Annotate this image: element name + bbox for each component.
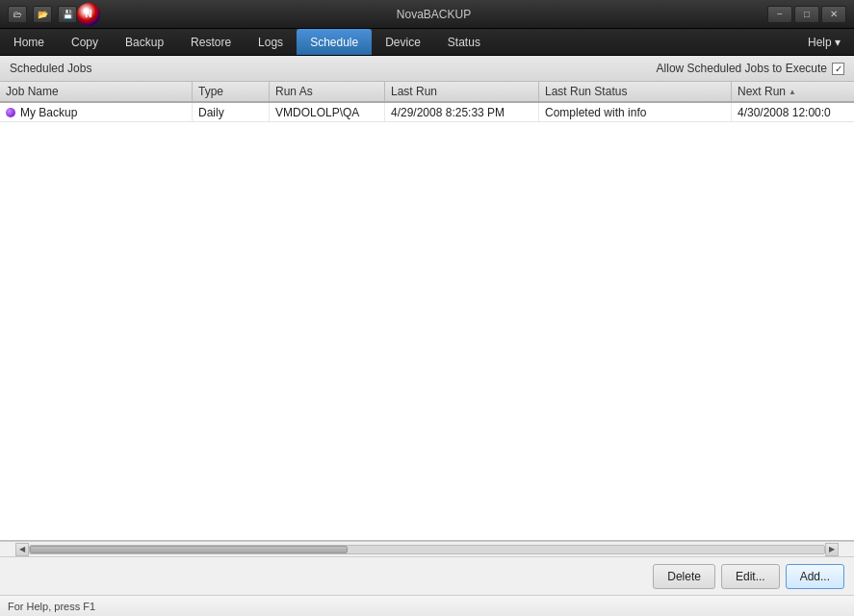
close-button[interactable]: ✕: [821, 6, 846, 23]
scroll-right-button[interactable]: ▶: [825, 543, 839, 556]
maximize-button[interactable]: □: [794, 6, 819, 23]
table-body[interactable]: My Backup Daily VMDOLOLP\QA 4/29/2008 8:…: [0, 103, 854, 540]
window-controls: − □ ✕: [767, 6, 846, 23]
col-last-run-status[interactable]: Last Run Status: [539, 82, 732, 101]
menu-home[interactable]: Home: [0, 29, 58, 55]
toolbar-icon-folder[interactable]: 🗁: [8, 6, 27, 23]
menu-device[interactable]: Device: [372, 29, 434, 55]
horizontal-scrollbar[interactable]: ◀ ▶: [0, 541, 854, 556]
title-bar: 🗁 📂 💾 N NovaBACKUP − □ ✕: [0, 0, 854, 29]
title-bar-left: 🗁 📂 💾: [8, 6, 77, 23]
col-next-run[interactable]: Next Run ▲: [732, 82, 854, 101]
job-status-indicator: [6, 108, 15, 117]
section-title: Scheduled Jobs: [10, 62, 91, 75]
menu-logs[interactable]: Logs: [245, 29, 297, 55]
menu-copy[interactable]: Copy: [58, 29, 112, 55]
cell-next-run: 4/30/2008 12:00:0: [732, 103, 854, 121]
col-last-run[interactable]: Last Run: [385, 82, 539, 101]
delete-button[interactable]: Delete: [653, 564, 715, 589]
col-run-as[interactable]: Run As: [270, 82, 385, 101]
cell-type: Daily: [193, 103, 270, 121]
menu-help[interactable]: Help ▾: [794, 29, 854, 55]
edit-button[interactable]: Edit...: [721, 564, 780, 589]
add-button[interactable]: Add...: [786, 564, 844, 589]
menu-backup[interactable]: Backup: [112, 29, 177, 55]
app-title: NovaBACKUP: [100, 8, 767, 21]
menu-schedule[interactable]: Schedule: [297, 29, 372, 55]
minimize-button[interactable]: −: [767, 6, 792, 23]
app-logo: N: [77, 3, 100, 26]
allow-execute-label: Allow Scheduled Jobs to Execute: [657, 62, 827, 75]
status-text: For Help, press F1: [8, 601, 95, 612]
main-content: Scheduled Jobs Allow Scheduled Jobs to E…: [0, 56, 854, 616]
scroll-left-button[interactable]: ◀: [15, 543, 29, 556]
status-bar: For Help, press F1: [0, 595, 854, 616]
cell-job-name: My Backup: [0, 103, 193, 121]
cell-run-as: VMDOLOLP\QA: [270, 103, 385, 121]
cell-last-run: 4/29/2008 8:25:33 PM: [385, 103, 539, 121]
col-type[interactable]: Type: [193, 82, 270, 101]
table-header: Job Name Type Run As Last Run Last Run S…: [0, 82, 854, 103]
toolbar-icon-open[interactable]: 📂: [33, 6, 52, 23]
cell-last-run-status: Completed with info: [539, 103, 732, 121]
sort-icon: ▲: [789, 88, 796, 96]
menu-restore[interactable]: Restore: [177, 29, 245, 55]
scrollbar-track[interactable]: [29, 545, 825, 554]
jobs-table-container: Job Name Type Run As Last Run Last Run S…: [0, 82, 854, 541]
menu-status[interactable]: Status: [434, 29, 494, 55]
col-job-name[interactable]: Job Name: [0, 82, 193, 101]
scrollbar-thumb[interactable]: [30, 546, 348, 553]
menu-bar: Home Copy Backup Restore Logs Schedule D…: [0, 29, 854, 56]
section-header: Scheduled Jobs Allow Scheduled Jobs to E…: [0, 56, 854, 82]
table-row[interactable]: My Backup Daily VMDOLOLP\QA 4/29/2008 8:…: [0, 103, 854, 122]
bottom-bar: Delete Edit... Add...: [0, 556, 854, 595]
allow-execute-control: Allow Scheduled Jobs to Execute: [657, 62, 844, 75]
allow-execute-checkbox[interactable]: [832, 63, 844, 75]
toolbar-icon-save[interactable]: 💾: [58, 6, 77, 23]
